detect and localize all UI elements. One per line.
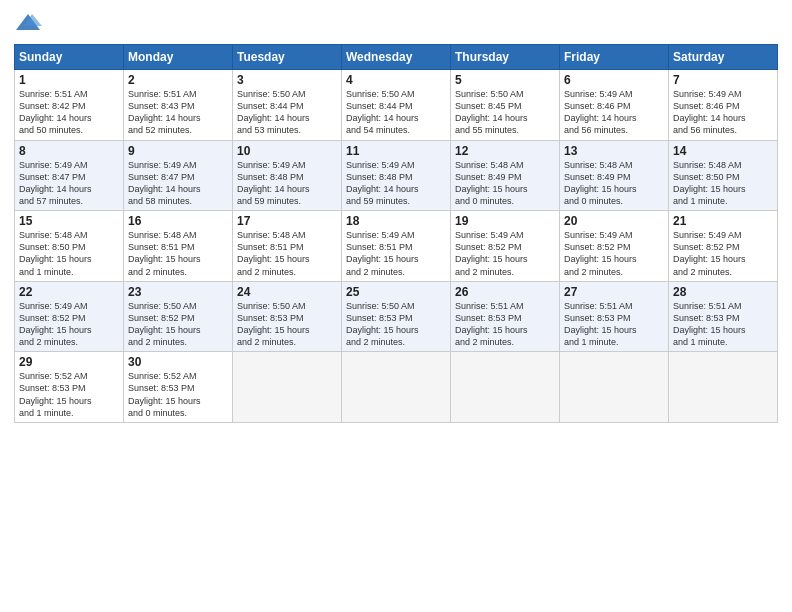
- day-number: 13: [564, 144, 664, 158]
- day-info: Sunrise: 5:51 AM Sunset: 8:53 PM Dayligh…: [673, 300, 773, 349]
- calendar-header-tuesday: Tuesday: [233, 45, 342, 70]
- day-info: Sunrise: 5:50 AM Sunset: 8:52 PM Dayligh…: [128, 300, 228, 349]
- calendar-header-friday: Friday: [560, 45, 669, 70]
- day-info: Sunrise: 5:50 AM Sunset: 8:44 PM Dayligh…: [237, 88, 337, 137]
- day-info: Sunrise: 5:48 AM Sunset: 8:50 PM Dayligh…: [673, 159, 773, 208]
- calendar-cell: 28Sunrise: 5:51 AM Sunset: 8:53 PM Dayli…: [669, 281, 778, 352]
- calendar-cell: 8Sunrise: 5:49 AM Sunset: 8:47 PM Daylig…: [15, 140, 124, 211]
- day-number: 26: [455, 285, 555, 299]
- day-info: Sunrise: 5:50 AM Sunset: 8:44 PM Dayligh…: [346, 88, 446, 137]
- calendar-cell: [669, 352, 778, 423]
- day-number: 6: [564, 73, 664, 87]
- day-number: 17: [237, 214, 337, 228]
- calendar-cell: 23Sunrise: 5:50 AM Sunset: 8:52 PM Dayli…: [124, 281, 233, 352]
- calendar-header-saturday: Saturday: [669, 45, 778, 70]
- day-number: 30: [128, 355, 228, 369]
- calendar-header-monday: Monday: [124, 45, 233, 70]
- day-info: Sunrise: 5:49 AM Sunset: 8:48 PM Dayligh…: [237, 159, 337, 208]
- day-info: Sunrise: 5:48 AM Sunset: 8:49 PM Dayligh…: [455, 159, 555, 208]
- day-info: Sunrise: 5:49 AM Sunset: 8:46 PM Dayligh…: [564, 88, 664, 137]
- day-number: 21: [673, 214, 773, 228]
- calendar-cell: 20Sunrise: 5:49 AM Sunset: 8:52 PM Dayli…: [560, 211, 669, 282]
- day-number: 14: [673, 144, 773, 158]
- calendar-cell: 12Sunrise: 5:48 AM Sunset: 8:49 PM Dayli…: [451, 140, 560, 211]
- calendar-cell: 2Sunrise: 5:51 AM Sunset: 8:43 PM Daylig…: [124, 70, 233, 141]
- day-number: 28: [673, 285, 773, 299]
- day-number: 23: [128, 285, 228, 299]
- day-number: 7: [673, 73, 773, 87]
- day-number: 2: [128, 73, 228, 87]
- calendar-header-row: SundayMondayTuesdayWednesdayThursdayFrid…: [15, 45, 778, 70]
- calendar-cell: 3Sunrise: 5:50 AM Sunset: 8:44 PM Daylig…: [233, 70, 342, 141]
- calendar-cell: 26Sunrise: 5:51 AM Sunset: 8:53 PM Dayli…: [451, 281, 560, 352]
- calendar-cell: 5Sunrise: 5:50 AM Sunset: 8:45 PM Daylig…: [451, 70, 560, 141]
- calendar-header-sunday: Sunday: [15, 45, 124, 70]
- calendar-cell: 14Sunrise: 5:48 AM Sunset: 8:50 PM Dayli…: [669, 140, 778, 211]
- calendar-cell: 11Sunrise: 5:49 AM Sunset: 8:48 PM Dayli…: [342, 140, 451, 211]
- day-number: 25: [346, 285, 446, 299]
- day-number: 19: [455, 214, 555, 228]
- calendar-cell: 30Sunrise: 5:52 AM Sunset: 8:53 PM Dayli…: [124, 352, 233, 423]
- calendar-cell: 10Sunrise: 5:49 AM Sunset: 8:48 PM Dayli…: [233, 140, 342, 211]
- calendar-cell: 18Sunrise: 5:49 AM Sunset: 8:51 PM Dayli…: [342, 211, 451, 282]
- page: SundayMondayTuesdayWednesdayThursdayFrid…: [0, 0, 792, 612]
- calendar-cell: 24Sunrise: 5:50 AM Sunset: 8:53 PM Dayli…: [233, 281, 342, 352]
- day-info: Sunrise: 5:49 AM Sunset: 8:51 PM Dayligh…: [346, 229, 446, 278]
- day-info: Sunrise: 5:52 AM Sunset: 8:53 PM Dayligh…: [128, 370, 228, 419]
- calendar-cell: 7Sunrise: 5:49 AM Sunset: 8:46 PM Daylig…: [669, 70, 778, 141]
- day-number: 27: [564, 285, 664, 299]
- day-info: Sunrise: 5:48 AM Sunset: 8:50 PM Dayligh…: [19, 229, 119, 278]
- calendar-week-row: 1Sunrise: 5:51 AM Sunset: 8:42 PM Daylig…: [15, 70, 778, 141]
- day-info: Sunrise: 5:49 AM Sunset: 8:47 PM Dayligh…: [19, 159, 119, 208]
- calendar-cell: 21Sunrise: 5:49 AM Sunset: 8:52 PM Dayli…: [669, 211, 778, 282]
- calendar-cell: [342, 352, 451, 423]
- calendar-cell: 19Sunrise: 5:49 AM Sunset: 8:52 PM Dayli…: [451, 211, 560, 282]
- day-info: Sunrise: 5:48 AM Sunset: 8:49 PM Dayligh…: [564, 159, 664, 208]
- calendar-cell: [560, 352, 669, 423]
- day-info: Sunrise: 5:50 AM Sunset: 8:53 PM Dayligh…: [237, 300, 337, 349]
- day-number: 5: [455, 73, 555, 87]
- day-number: 15: [19, 214, 119, 228]
- calendar: SundayMondayTuesdayWednesdayThursdayFrid…: [14, 44, 778, 423]
- calendar-cell: 22Sunrise: 5:49 AM Sunset: 8:52 PM Dayli…: [15, 281, 124, 352]
- day-info: Sunrise: 5:51 AM Sunset: 8:53 PM Dayligh…: [455, 300, 555, 349]
- calendar-cell: [451, 352, 560, 423]
- day-number: 9: [128, 144, 228, 158]
- calendar-cell: 1Sunrise: 5:51 AM Sunset: 8:42 PM Daylig…: [15, 70, 124, 141]
- day-number: 11: [346, 144, 446, 158]
- calendar-cell: 4Sunrise: 5:50 AM Sunset: 8:44 PM Daylig…: [342, 70, 451, 141]
- day-info: Sunrise: 5:49 AM Sunset: 8:46 PM Dayligh…: [673, 88, 773, 137]
- calendar-week-row: 8Sunrise: 5:49 AM Sunset: 8:47 PM Daylig…: [15, 140, 778, 211]
- day-info: Sunrise: 5:52 AM Sunset: 8:53 PM Dayligh…: [19, 370, 119, 419]
- day-info: Sunrise: 5:50 AM Sunset: 8:53 PM Dayligh…: [346, 300, 446, 349]
- day-number: 10: [237, 144, 337, 158]
- day-info: Sunrise: 5:51 AM Sunset: 8:42 PM Dayligh…: [19, 88, 119, 137]
- day-number: 24: [237, 285, 337, 299]
- day-number: 12: [455, 144, 555, 158]
- day-info: Sunrise: 5:49 AM Sunset: 8:48 PM Dayligh…: [346, 159, 446, 208]
- day-info: Sunrise: 5:49 AM Sunset: 8:52 PM Dayligh…: [455, 229, 555, 278]
- day-info: Sunrise: 5:51 AM Sunset: 8:43 PM Dayligh…: [128, 88, 228, 137]
- calendar-cell: [233, 352, 342, 423]
- calendar-week-row: 29Sunrise: 5:52 AM Sunset: 8:53 PM Dayli…: [15, 352, 778, 423]
- header: [14, 10, 778, 38]
- calendar-cell: 27Sunrise: 5:51 AM Sunset: 8:53 PM Dayli…: [560, 281, 669, 352]
- calendar-cell: 6Sunrise: 5:49 AM Sunset: 8:46 PM Daylig…: [560, 70, 669, 141]
- calendar-cell: 9Sunrise: 5:49 AM Sunset: 8:47 PM Daylig…: [124, 140, 233, 211]
- calendar-header-wednesday: Wednesday: [342, 45, 451, 70]
- calendar-cell: 13Sunrise: 5:48 AM Sunset: 8:49 PM Dayli…: [560, 140, 669, 211]
- day-number: 18: [346, 214, 446, 228]
- calendar-week-row: 15Sunrise: 5:48 AM Sunset: 8:50 PM Dayli…: [15, 211, 778, 282]
- day-number: 22: [19, 285, 119, 299]
- calendar-week-row: 22Sunrise: 5:49 AM Sunset: 8:52 PM Dayli…: [15, 281, 778, 352]
- calendar-cell: 15Sunrise: 5:48 AM Sunset: 8:50 PM Dayli…: [15, 211, 124, 282]
- calendar-header-thursday: Thursday: [451, 45, 560, 70]
- day-info: Sunrise: 5:51 AM Sunset: 8:53 PM Dayligh…: [564, 300, 664, 349]
- day-number: 29: [19, 355, 119, 369]
- day-info: Sunrise: 5:48 AM Sunset: 8:51 PM Dayligh…: [237, 229, 337, 278]
- calendar-cell: 17Sunrise: 5:48 AM Sunset: 8:51 PM Dayli…: [233, 211, 342, 282]
- day-info: Sunrise: 5:49 AM Sunset: 8:47 PM Dayligh…: [128, 159, 228, 208]
- logo-icon: [14, 10, 42, 38]
- day-info: Sunrise: 5:50 AM Sunset: 8:45 PM Dayligh…: [455, 88, 555, 137]
- day-info: Sunrise: 5:49 AM Sunset: 8:52 PM Dayligh…: [564, 229, 664, 278]
